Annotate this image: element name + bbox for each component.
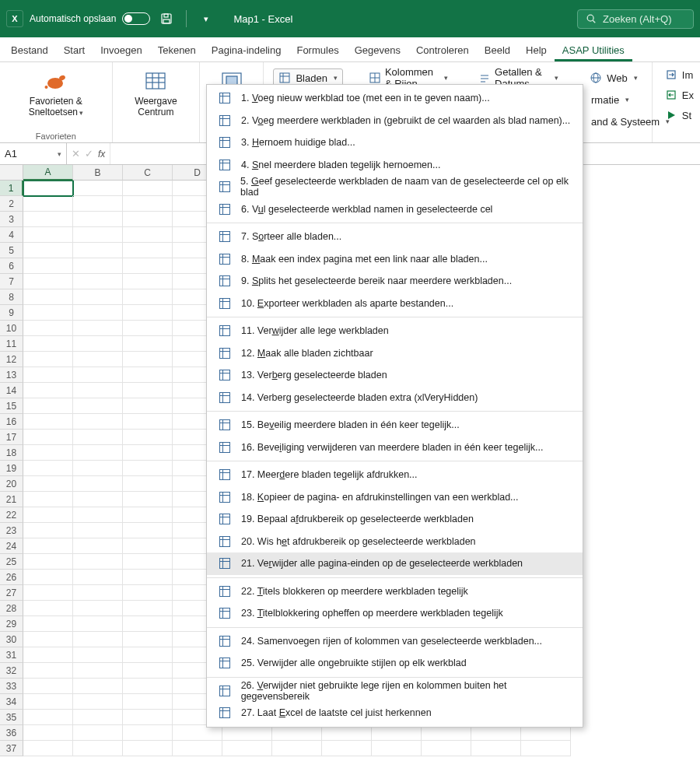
- row-header[interactable]: 27: [0, 585, 23, 601]
- menu-item-17[interactable]: 17. Meerdere bladen tegelijk afdrukken..…: [207, 464, 583, 486]
- cell[interactable]: [123, 305, 173, 321]
- row-header[interactable]: 12: [0, 352, 23, 367]
- cell[interactable]: [23, 430, 73, 445]
- cell[interactable]: [23, 492, 73, 507]
- column-header[interactable]: A: [23, 165, 73, 181]
- column-header[interactable]: C: [123, 165, 173, 181]
- menu-item-22[interactable]: 22. Titels blokkeren op meerdere werkbla…: [207, 580, 583, 603]
- cell[interactable]: [73, 305, 123, 321]
- row-header[interactable]: 36: [0, 725, 23, 741]
- menu-item-6[interactable]: 6. Vul geselecteerde werkblad namen in g…: [207, 198, 583, 221]
- cell[interactable]: [123, 554, 173, 570]
- cell[interactable]: [23, 414, 73, 430]
- customize-qat-button[interactable]: ▾: [196, 9, 216, 29]
- cell[interactable]: [123, 632, 173, 647]
- cell[interactable]: [73, 367, 123, 383]
- row-header[interactable]: 11: [0, 336, 23, 352]
- cell[interactable]: [73, 336, 123, 352]
- cell[interactable]: [73, 741, 123, 756]
- cell[interactable]: [23, 181, 73, 196]
- row-header[interactable]: 19: [0, 461, 23, 476]
- row-header[interactable]: 32: [0, 663, 23, 679]
- row-header[interactable]: 15: [0, 398, 23, 414]
- chevron-down-icon[interactable]: ▾: [58, 150, 61, 158]
- web-dropdown[interactable]: Web▾: [585, 68, 642, 87]
- worksheet-grid[interactable]: ABCDLMN 12345678910111213141516171819202…: [0, 165, 700, 761]
- toggle-switch-icon[interactable]: [122, 12, 150, 25]
- cell[interactable]: [123, 616, 173, 632]
- cell[interactable]: [521, 741, 571, 756]
- cell[interactable]: [123, 523, 173, 538]
- row-header[interactable]: 13: [0, 367, 23, 383]
- cell[interactable]: [73, 554, 123, 570]
- cell[interactable]: [23, 476, 73, 492]
- cell[interactable]: [73, 601, 123, 616]
- row-header[interactable]: 37: [0, 741, 23, 756]
- cell[interactable]: [23, 321, 73, 336]
- enter-formula-icon[interactable]: ✓: [85, 148, 93, 160]
- tab-help[interactable]: Help: [518, 40, 555, 61]
- tab-formules[interactable]: Formules: [289, 40, 346, 61]
- cell[interactable]: [372, 725, 422, 741]
- cell[interactable]: [73, 570, 123, 585]
- cell[interactable]: [123, 710, 173, 725]
- cell[interactable]: [123, 585, 173, 601]
- cell[interactable]: [372, 741, 422, 756]
- select-all-corner[interactable]: [0, 165, 23, 181]
- cell[interactable]: [73, 476, 123, 492]
- fx-icon[interactable]: fx: [98, 149, 105, 160]
- row-header[interactable]: 2: [0, 196, 23, 212]
- tab-start[interactable]: Start: [56, 40, 93, 61]
- cell[interactable]: [471, 741, 521, 756]
- cell[interactable]: [23, 196, 73, 212]
- cell[interactable]: [23, 227, 73, 243]
- cell[interactable]: [123, 430, 173, 445]
- cell[interactable]: [123, 538, 173, 554]
- tab-tekenen[interactable]: Tekenen: [150, 40, 204, 61]
- cell[interactable]: [123, 741, 173, 756]
- cell[interactable]: [123, 694, 173, 710]
- cell[interactable]: [23, 507, 73, 523]
- row-header[interactable]: 4: [0, 227, 23, 243]
- menu-item-8[interactable]: 8. Maak een index pagina met een link na…: [207, 248, 583, 271]
- cell[interactable]: [23, 305, 73, 321]
- cell[interactable]: [123, 445, 173, 461]
- row-header[interactable]: 3: [0, 212, 23, 227]
- tab-invoegen[interactable]: Invoegen: [93, 40, 150, 61]
- row-header[interactable]: 31: [0, 647, 23, 663]
- cell[interactable]: [471, 725, 521, 741]
- cell[interactable]: [23, 367, 73, 383]
- menu-item-5[interactable]: 5. Geef geselecteerde werkbladen de naam…: [207, 176, 583, 198]
- menu-item-18[interactable]: 18. Kopieer de pagina- en afdrukinstelli…: [207, 486, 583, 509]
- cell[interactable]: [73, 445, 123, 461]
- cell[interactable]: [23, 445, 73, 461]
- cell[interactable]: [123, 212, 173, 227]
- menu-item-27[interactable]: 27. Laat Excel de laatste cel juist herk…: [207, 702, 583, 724]
- tab-asap-utilities[interactable]: ASAP Utilities: [555, 40, 632, 61]
- cell[interactable]: [422, 725, 471, 741]
- cell[interactable]: [123, 476, 173, 492]
- menu-item-12[interactable]: 12. Maak alle bladen zichtbaar: [207, 342, 583, 365]
- row-header[interactable]: 5: [0, 243, 23, 258]
- cell[interactable]: [123, 321, 173, 336]
- cell[interactable]: [123, 367, 173, 383]
- cell[interactable]: [123, 507, 173, 523]
- cell[interactable]: [73, 710, 123, 725]
- menu-item-16[interactable]: 16. Beveiliging verwijderen van meerdere…: [207, 437, 583, 459]
- cell[interactable]: [322, 725, 372, 741]
- row-header[interactable]: 23: [0, 523, 23, 538]
- cell[interactable]: [73, 212, 123, 227]
- cell[interactable]: [123, 647, 173, 663]
- cell[interactable]: [23, 616, 73, 632]
- cell[interactable]: [73, 647, 123, 663]
- cell[interactable]: [23, 679, 73, 694]
- row-header[interactable]: 34: [0, 694, 23, 710]
- cell[interactable]: [73, 507, 123, 523]
- cancel-formula-icon[interactable]: ✕: [72, 148, 80, 160]
- cell[interactable]: [73, 523, 123, 538]
- row-header[interactable]: 30: [0, 632, 23, 647]
- cell[interactable]: [123, 570, 173, 585]
- row-header[interactable]: 8: [0, 289, 23, 305]
- cell[interactable]: [23, 398, 73, 414]
- column-header[interactable]: B: [73, 165, 123, 181]
